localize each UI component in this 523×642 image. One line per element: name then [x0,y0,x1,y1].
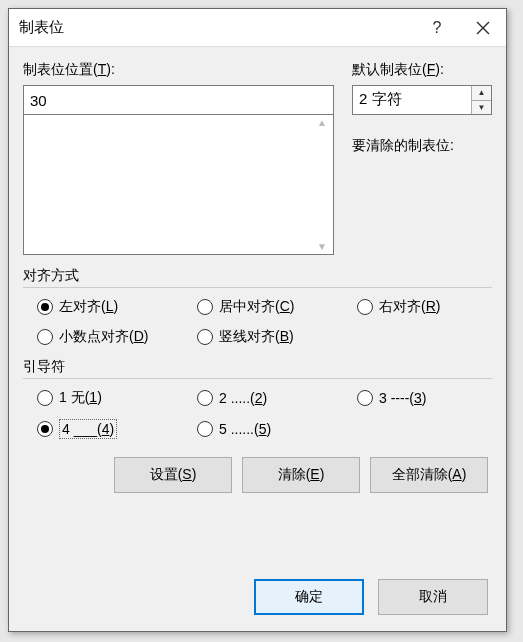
align-bar-radio[interactable]: 竖线对齐(B) [197,328,357,346]
clear-button[interactable]: 清除(E) [242,457,360,493]
align-center-radio[interactable]: 居中对齐(C) [197,298,357,316]
leader-2-dots-radio[interactable]: 2 .....(2) [197,389,357,407]
radio-icon [197,329,213,345]
clear-all-button[interactable]: 全部清除(A) [370,457,488,493]
spinner-down-icon[interactable]: ▼ [472,101,491,115]
set-button[interactable]: 设置(S) [114,457,232,493]
leader-title: 引导符 [23,358,492,376]
leader-4-underline-radio[interactable]: 4 ___(4) [37,419,197,439]
radio-icon [37,299,53,315]
leader-5-dots2-radio[interactable]: 5 ......(5) [197,419,357,439]
radio-icon [197,299,213,315]
alignment-title: 对齐方式 [23,267,492,285]
align-left-radio[interactable]: 左对齐(L) [37,298,197,316]
radio-icon [37,329,53,345]
dialog-title: 制表位 [19,18,414,37]
radio-icon [197,390,213,406]
tab-position-input[interactable] [23,85,334,115]
radio-icon [357,299,373,315]
spinner-up-icon[interactable]: ▲ [472,86,491,101]
alignment-group: 对齐方式 左对齐(L) 居中对齐(C) 右对齐(R) 小数点对齐(D) [23,267,492,346]
divider [23,378,492,379]
listbox-scrollbar[interactable]: ▲ ▼ [313,117,331,252]
title-bar: 制表位 ? [9,9,506,47]
dialog-body: 制表位位置(T): ▲ ▼ 默认制表位(F): 2 字符 ▲ [9,47,506,507]
scroll-down-icon[interactable]: ▼ [317,241,327,252]
cancel-button[interactable]: 取消 [378,579,488,615]
align-right-radio[interactable]: 右对齐(R) [357,298,497,316]
radio-icon [357,390,373,406]
scroll-up-icon[interactable]: ▲ [317,117,327,128]
tab-position-listbox[interactable]: ▲ ▼ [23,115,334,255]
ok-button[interactable]: 确定 [254,579,364,615]
close-icon [476,21,490,35]
tabs-to-clear-label: 要清除的制表位: [352,137,492,155]
radio-icon [37,421,53,437]
close-button[interactable] [460,9,506,47]
tab-position-label: 制表位位置(T): [23,61,334,79]
leader-3-dashes-radio[interactable]: 3 ----(3) [357,389,497,407]
align-decimal-radio[interactable]: 小数点对齐(D) [37,328,197,346]
tabs-dialog: 制表位 ? 制表位位置(T): ▲ ▼ 默认制表位 [8,8,507,632]
default-tab-label: 默认制表位(F): [352,61,492,79]
radio-icon [197,421,213,437]
default-tab-spinner[interactable]: 2 字符 ▲ ▼ [352,85,492,115]
default-tab-value[interactable]: 2 字符 [353,86,471,114]
radio-icon [37,390,53,406]
help-button[interactable]: ? [414,9,460,47]
leader-group: 引导符 1 无(1) 2 .....(2) 3 ----(3) 4 ___(4 [23,358,492,439]
leader-1-none-radio[interactable]: 1 无(1) [37,389,197,407]
divider [23,287,492,288]
